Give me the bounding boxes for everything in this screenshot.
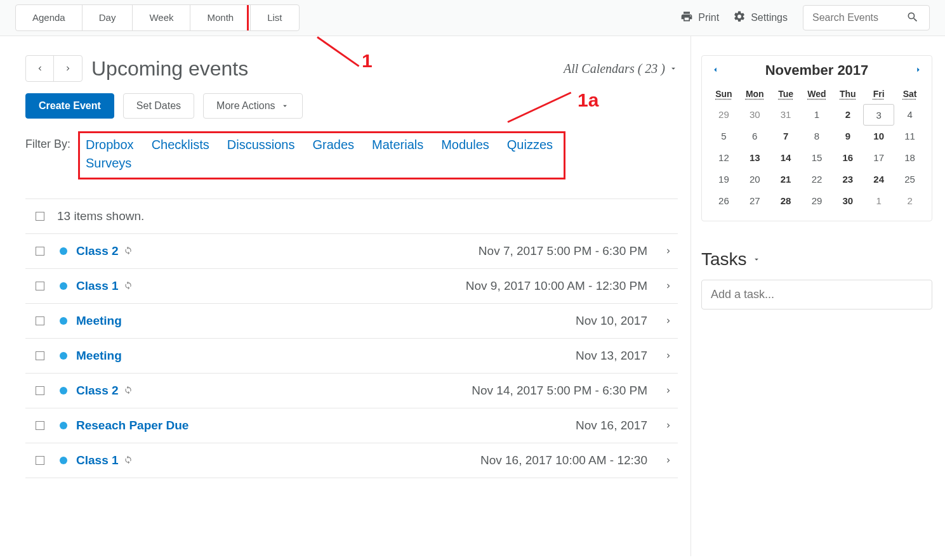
mini-cal-day[interactable]: 25	[894, 169, 925, 190]
filter-grades[interactable]: Grades	[312, 138, 354, 152]
mini-cal-day[interactable]: 13	[739, 147, 770, 169]
view-tab-list[interactable]: List	[251, 5, 298, 30]
tasks-header[interactable]: Tasks	[701, 249, 932, 270]
event-checkbox[interactable]	[36, 316, 44, 325]
mini-cal-day[interactable]: 28	[770, 190, 802, 212]
add-task-input[interactable]	[701, 280, 932, 309]
mini-cal-day[interactable]: 5	[708, 126, 739, 147]
mini-cal-day[interactable]: 21	[770, 169, 802, 190]
mini-cal-day[interactable]: 30	[739, 104, 770, 126]
print-button[interactable]: Print	[680, 10, 719, 25]
event-title-link[interactable]: Meeting	[76, 349, 122, 363]
mini-cal-day[interactable]: 14	[770, 147, 802, 169]
search-events-box[interactable]	[803, 5, 930, 30]
filter-surveys[interactable]: Surveys	[86, 156, 131, 171]
event-checkbox[interactable]	[36, 351, 44, 360]
create-event-button[interactable]: Create Event	[25, 93, 114, 119]
mini-cal-day[interactable]: 27	[739, 190, 770, 212]
mini-cal-day[interactable]: 10	[863, 126, 894, 147]
set-dates-button[interactable]: Set Dates	[123, 93, 194, 119]
mini-cal-day[interactable]: 1	[802, 104, 833, 126]
calendar-color-dot	[60, 282, 67, 290]
mini-cal-day-header: Tue	[770, 86, 802, 104]
mini-cal-day[interactable]: 7	[770, 126, 802, 147]
event-checkbox[interactable]	[36, 456, 44, 465]
event-checkbox[interactable]	[36, 282, 44, 290]
mini-cal-day[interactable]: 29	[708, 104, 739, 126]
mini-cal-day[interactable]: 8	[802, 126, 833, 147]
event-title-link[interactable]: Class 1	[76, 453, 133, 467]
mini-calendar: November 2017 SunMonTueWedThuFriSat 2930…	[701, 55, 932, 221]
filter-discussions[interactable]: Discussions	[227, 138, 295, 152]
event-expand-button[interactable]	[664, 421, 673, 430]
event-expand-button[interactable]	[664, 351, 673, 360]
event-title-link[interactable]: Class 1	[76, 279, 133, 293]
event-expand-button[interactable]	[664, 282, 673, 290]
view-tab-agenda[interactable]: Agenda	[16, 5, 83, 30]
mini-cal-day[interactable]: 1	[863, 190, 894, 212]
mini-cal-day[interactable]: 11	[894, 126, 925, 147]
event-title: Class 2	[76, 244, 119, 258]
print-label: Print	[698, 12, 719, 23]
event-row: Class 1 Nov 16, 2017 10:00 AM - 12:30	[25, 443, 678, 478]
event-checkbox[interactable]	[36, 386, 44, 395]
event-date: Nov 14, 2017 5:00 PM - 6:30 PM	[472, 384, 647, 398]
view-tab-week[interactable]: Week	[133, 5, 190, 30]
chevron-right-icon	[63, 64, 72, 73]
mini-cal-day[interactable]: 20	[739, 169, 770, 190]
filter-modules[interactable]: Modules	[441, 138, 489, 152]
mini-cal-day[interactable]: 19	[708, 169, 739, 190]
mini-cal-day-header: Wed	[802, 86, 833, 104]
mini-cal-day[interactable]: 31	[770, 104, 802, 126]
filter-dropbox[interactable]: Dropbox	[86, 138, 134, 152]
filter-quizzes[interactable]: Quizzes	[507, 138, 553, 152]
annotation-1a: 1a	[578, 89, 598, 111]
view-tab-day[interactable]: Day	[83, 5, 133, 30]
event-title-link[interactable]: Meeting	[76, 314, 122, 328]
calendar-color-dot	[60, 352, 67, 360]
event-date: Nov 16, 2017 10:00 AM - 12:30	[480, 453, 647, 467]
event-checkbox[interactable]	[36, 247, 44, 256]
mini-cal-day-header: Sat	[894, 86, 925, 104]
mini-cal-day[interactable]: 4	[894, 104, 925, 126]
event-title: Meeting	[76, 349, 122, 363]
event-expand-button[interactable]	[664, 316, 673, 325]
prev-button[interactable]	[26, 56, 54, 81]
mini-cal-prev[interactable]	[711, 65, 720, 76]
filter-checklists[interactable]: Checklists	[152, 138, 209, 152]
mini-cal-day[interactable]: 23	[832, 169, 863, 190]
mini-cal-day[interactable]: 26	[708, 190, 739, 212]
event-title-link[interactable]: Reseach Paper Due	[76, 419, 188, 433]
more-actions-button[interactable]: More Actions	[203, 93, 302, 119]
mini-cal-day[interactable]: 29	[802, 190, 833, 212]
mini-cal-day[interactable]: 18	[894, 147, 925, 169]
mini-cal-day[interactable]: 15	[802, 147, 833, 169]
mini-cal-day[interactable]: 3	[863, 104, 894, 126]
mini-cal-next[interactable]	[914, 65, 923, 76]
event-expand-button[interactable]	[664, 386, 673, 395]
mini-cal-day[interactable]: 22	[802, 169, 833, 190]
event-title-link[interactable]: Class 2	[76, 384, 133, 398]
mini-cal-day[interactable]: 30	[832, 190, 863, 212]
event-expand-button[interactable]	[664, 456, 673, 465]
event-expand-button[interactable]	[664, 247, 673, 256]
next-button[interactable]	[54, 56, 82, 81]
filter-materials[interactable]: Materials	[372, 138, 423, 152]
mini-cal-day[interactable]: 2	[832, 104, 863, 126]
mini-cal-day[interactable]: 9	[832, 126, 863, 147]
event-title: Class 1	[76, 279, 119, 293]
event-row: Class 2 Nov 7, 2017 5:00 PM - 6:30 PM	[25, 234, 678, 269]
mini-cal-day[interactable]: 16	[832, 147, 863, 169]
mini-cal-day[interactable]: 2	[894, 190, 925, 212]
select-all-checkbox[interactable]	[36, 212, 44, 221]
event-title-link[interactable]: Class 2	[76, 244, 133, 258]
mini-cal-day[interactable]: 24	[863, 169, 894, 190]
search-input[interactable]	[811, 11, 900, 24]
mini-cal-day[interactable]: 17	[863, 147, 894, 169]
mini-cal-day[interactable]: 6	[739, 126, 770, 147]
all-calendars-dropdown[interactable]: All Calendars ( 23 )	[564, 62, 678, 76]
event-checkbox[interactable]	[36, 421, 44, 430]
settings-button[interactable]: Settings	[733, 10, 788, 25]
view-tab-month[interactable]: Month	[190, 5, 251, 30]
mini-cal-day[interactable]: 12	[708, 147, 739, 169]
